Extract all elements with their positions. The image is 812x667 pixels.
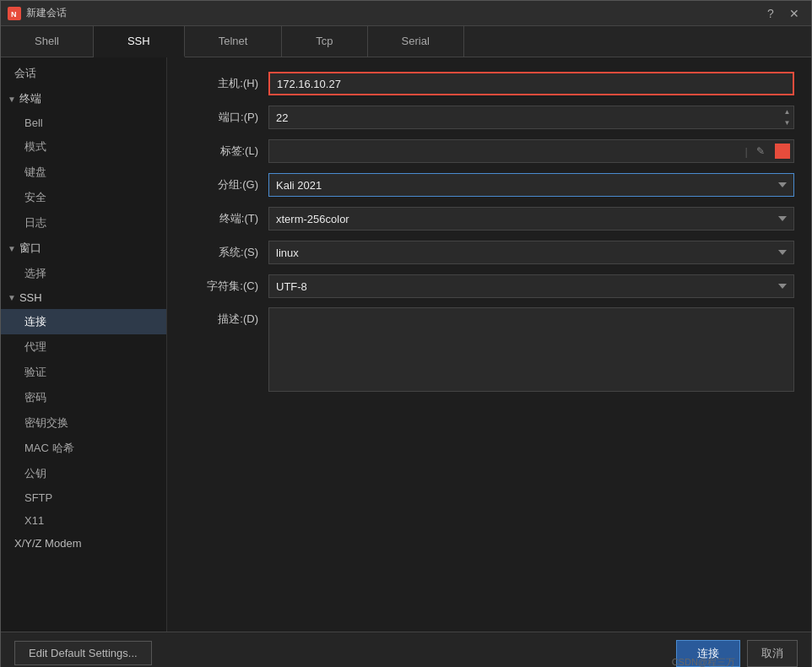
sidebar-group-window[interactable]: ▼ 窗口	[1, 236, 166, 261]
sidebar-child-connect[interactable]: 连接	[1, 309, 166, 334]
sidebar-group-ssh[interactable]: ▼ SSH	[1, 286, 166, 309]
sidebar-child-log[interactable]: 日志	[1, 210, 166, 236]
sidebar-child-proxy[interactable]: 代理	[1, 334, 166, 360]
sidebar-child-keyboard[interactable]: 键盘	[1, 160, 166, 185]
tag-separator: |	[744, 145, 750, 158]
group-label: 分组:(G)	[184, 177, 268, 193]
tab-bar: Shell SSH Telnet Tcp Serial	[1, 26, 811, 57]
bottom-bar-wrapper: Edit Default Settings... 连接 取消 CSDN@程三万	[1, 632, 811, 667]
sidebar-child-sftp[interactable]: SFTP	[1, 486, 166, 509]
port-row: 端口:(P) ▲ ▼	[184, 105, 794, 130]
app-icon: N	[8, 7, 21, 20]
tab-shell[interactable]: Shell	[1, 26, 94, 57]
sidebar-child-mode[interactable]: 模式	[1, 134, 166, 160]
titlebar: N 新建会话 ? ✕	[1, 1, 811, 26]
sidebar-child-bell[interactable]: Bell	[1, 111, 166, 134]
sidebar-item-session[interactable]: 会话	[1, 61, 166, 86]
edit-default-button[interactable]: Edit Default Settings...	[14, 641, 152, 665]
port-input[interactable]	[268, 106, 781, 129]
desc-textarea[interactable]	[268, 307, 794, 392]
cancel-button[interactable]: 取消	[747, 640, 798, 667]
sidebar-child-kex[interactable]: 密钥交换	[1, 410, 166, 436]
arrow-icon: ▼	[8, 95, 16, 104]
sidebar-child-x11[interactable]: X11	[1, 509, 166, 532]
tab-telnet[interactable]: Telnet	[185, 26, 283, 57]
tab-serial[interactable]: Serial	[368, 26, 464, 57]
desc-row: 描述:(D)	[184, 307, 794, 392]
sidebar-child-pubkey[interactable]: 公钥	[1, 461, 166, 486]
watermark: CSDN@程三万	[672, 656, 735, 667]
window-controls: ? ✕	[761, 5, 804, 22]
sidebar-child-auth[interactable]: 验证	[1, 360, 166, 385]
sidebar-group-terminal-label: 终端	[19, 91, 41, 106]
sidebar-item-xyz[interactable]: X/Y/Z Modem	[1, 532, 166, 555]
charset-label: 字符集:(C)	[184, 279, 268, 294]
system-label: 系统:(S)	[184, 245, 268, 260]
terminal-select[interactable]: xterm-256color xterm vt100	[268, 207, 794, 230]
tag-color-button[interactable]	[775, 144, 790, 159]
spin-buttons: ▲ ▼	[781, 106, 794, 129]
dialog-window: N 新建会话 ? ✕ Shell SSH Telnet Tcp Serial 会…	[0, 0, 812, 667]
host-input[interactable]	[268, 72, 794, 95]
window-title: 新建会话	[26, 6, 761, 20]
group-select[interactable]: Kali 2021 Default	[268, 173, 794, 197]
system-select[interactable]: linux unix windows	[268, 241, 794, 264]
sidebar-group-terminal[interactable]: ▼ 终端	[1, 86, 166, 111]
help-button[interactable]: ?	[761, 5, 781, 22]
system-row: 系统:(S) linux unix windows	[184, 240, 794, 265]
sidebar: 会话 ▼ 终端 Bell 模式 键盘 安全 日志 ▼ 窗口 选择 ▼ SSH 连…	[1, 57, 167, 632]
tag-row: 标签:(L) | ✎	[184, 138, 794, 164]
sidebar-child-select[interactable]: 选择	[1, 261, 166, 286]
port-label: 端口:(P)	[184, 110, 268, 125]
terminal-label: 终端:(T)	[184, 211, 268, 226]
sidebar-child-mac[interactable]: MAC 哈希	[1, 436, 166, 461]
tag-input[interactable]	[269, 142, 744, 161]
tag-field: | ✎	[268, 139, 794, 163]
main-content: 会话 ▼ 终端 Bell 模式 键盘 安全 日志 ▼ 窗口 选择 ▼ SSH 连…	[1, 57, 811, 632]
tag-edit-icon[interactable]: ✎	[751, 142, 770, 160]
port-spinbox: ▲ ▼	[268, 106, 794, 129]
tab-ssh[interactable]: SSH	[94, 26, 185, 57]
tab-tcp[interactable]: Tcp	[282, 26, 367, 57]
sidebar-child-security[interactable]: 安全	[1, 185, 166, 210]
form-area: 主机:(H) 端口:(P) ▲ ▼ 标签:(L) |	[167, 57, 811, 632]
close-button[interactable]: ✕	[784, 5, 804, 22]
host-row: 主机:(H)	[184, 71, 794, 96]
tag-label: 标签:(L)	[184, 144, 268, 159]
desc-label: 描述:(D)	[184, 307, 268, 327]
charset-select[interactable]: UTF-8 GBK GB2312	[268, 274, 794, 298]
sidebar-child-password[interactable]: 密码	[1, 385, 166, 410]
spin-down-button[interactable]: ▼	[781, 117, 793, 128]
svg-text:N: N	[11, 10, 17, 19]
host-label: 主机:(H)	[184, 76, 268, 91]
arrow-icon-ssh: ▼	[8, 293, 16, 302]
charset-row: 字符集:(C) UTF-8 GBK GB2312	[184, 274, 794, 299]
spin-up-button[interactable]: ▲	[781, 106, 793, 117]
sidebar-group-ssh-label: SSH	[19, 291, 42, 304]
group-row: 分组:(G) Kali 2021 Default	[184, 172, 794, 198]
sidebar-group-window-label: 窗口	[19, 241, 41, 256]
arrow-icon-window: ▼	[8, 244, 16, 253]
terminal-row: 终端:(T) xterm-256color xterm vt100	[184, 206, 794, 231]
